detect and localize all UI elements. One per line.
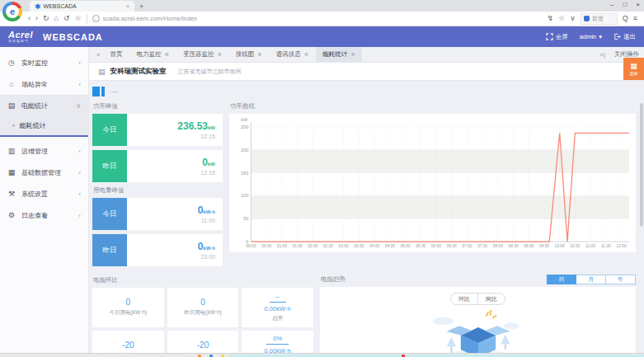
sidebar-subitem-energy-consumption[interactable]: + 能耗统计	[0, 116, 88, 135]
tab-wiring-diagram[interactable]: 接线图⊗	[229, 47, 269, 62]
sidebar-item-realtime-monitor[interactable]: ◷ 实时监控 ‹	[0, 52, 88, 73]
energy-peak-yesterday-value: 0kW·h	[198, 242, 215, 251]
tab-close-icon[interactable]: ⊗	[164, 51, 168, 58]
tab-close-icon[interactable]: ×	[126, 3, 129, 9]
sidebar-item-station-anomaly[interactable]: ⌂ 场站异常 ‹	[0, 73, 88, 95]
power-peak-today-time: 12:15	[200, 134, 215, 139]
today-tag: 今日	[92, 198, 127, 230]
os-taskbar[interactable]	[0, 353, 644, 357]
refresh-icon[interactable]: ↻	[43, 15, 49, 22]
peak-columns: 功率峰值 今日 236.53kW 12:15 昨日 0kW	[92, 100, 223, 270]
yesterday-tag: 昨日	[92, 150, 127, 182]
svg-text:09:30: 09:30	[539, 244, 549, 248]
tab-energy-statistics[interactable]: 能耗统计⊗	[316, 47, 361, 62]
sidebar-item-energy-statistics[interactable]: ▤ 电能统计 ∨	[0, 95, 88, 116]
calendar-icon: ▦	[7, 168, 16, 176]
forward-icon[interactable]: ›	[35, 15, 38, 22]
maximize-button[interactable]: □	[623, 1, 627, 8]
power-peak-today-value: 236.53kW	[177, 121, 215, 131]
power-peak-today-card: 今日 236.53kW 12:15	[92, 114, 223, 146]
sidebar-item-label: 日志查看	[21, 211, 73, 220]
acrel-logo: Acrel 安科瑞电气	[8, 31, 33, 43]
svg-text:10:00: 10:00	[555, 244, 565, 248]
svg-text:50: 50	[243, 216, 248, 221]
blue-block-small-icon[interactable]	[101, 87, 105, 96]
sidebar-item-log-viewer[interactable]: ⚙ 日志查看 ‹	[0, 204, 88, 226]
selector-float-button[interactable]: ▦ 选择	[623, 58, 644, 80]
search-engine-label: 百度	[592, 15, 604, 23]
product-name: WEBSCADA	[43, 32, 103, 42]
site-header: ▤ 安科瑞测试实验室 江苏省无锡市江阴市南闸	[89, 63, 644, 81]
logout-button[interactable]: 退出	[613, 33, 636, 41]
sidebar-item-basic-data-management[interactable]: ▦ 基础数据管理 ‹	[0, 162, 88, 183]
scrollbar[interactable]	[640, 103, 643, 227]
tab-home[interactable]: 首页	[103, 47, 129, 62]
search-engine-box[interactable]: 百度	[581, 13, 618, 25]
svg-text:05:00: 05:00	[400, 244, 410, 248]
blue-block-icon[interactable]	[92, 87, 100, 96]
page-tabbar: « 首页 电力监控⊗ 变压器监控⊗ 接线图⊗ 通讯状态⊗ 能耗统计⊗ »| 关闭…	[89, 47, 644, 63]
page-search-icon[interactable]: Q	[623, 15, 628, 22]
svg-text:150: 150	[241, 171, 248, 176]
bookmark-star-icon[interactable]: ☆	[75, 15, 82, 22]
browser-tab-title: WEBSCADA	[44, 3, 77, 9]
year-compare-option[interactable]: 同比	[478, 294, 505, 304]
tab-comm-status[interactable]: 通讯状态⊗	[270, 47, 315, 62]
history-icon[interactable]: ↺	[63, 15, 70, 22]
content-mini-toolbar: —	[92, 85, 636, 97]
browser-window: e ✱ WEBSCADA × + – □ × ‹ › ↻ ⌂ ↺ ☆ i sca…	[0, 0, 644, 357]
power-curve-title: 功率曲线	[230, 102, 636, 110]
new-tab-button[interactable]: +	[139, 2, 143, 12]
compare-card-this-month: -20 当月用电(kW·h)	[92, 331, 164, 354]
ring-compare-option[interactable]: 环比	[451, 294, 478, 304]
energy-compare-grid: 0 今日用电(kW·h) 0 昨日用电(kW·h) – 0.00kW·h 趋势	[92, 288, 313, 353]
svg-text:06:30: 06:30	[447, 244, 457, 248]
svg-text:07:00: 07:00	[462, 244, 472, 248]
tab-transformer-monitor[interactable]: 变压器监控⊗	[176, 47, 228, 62]
power-curve-chart[interactable]: 05010015020025000:0000:3001:0001:3002:00…	[229, 114, 636, 252]
chevron-down-icon[interactable]: ∨	[570, 15, 576, 22]
period-day-button[interactable]: 日	[547, 275, 576, 284]
close-button[interactable]: ×	[636, 1, 640, 8]
download-icon[interactable]: ↯	[548, 15, 554, 22]
minimize-button[interactable]: –	[610, 1, 613, 8]
period-month-button[interactable]: 月	[576, 275, 606, 284]
tab-close-icon[interactable]: ⊗	[304, 51, 308, 58]
user-menu[interactable]: admin ▾	[580, 33, 602, 40]
power-peak-yesterday-value: 0kW	[202, 157, 215, 167]
energy-peak-today-value: 0kW·h	[198, 205, 215, 215]
browser-menu-icon[interactable]: ≡	[633, 15, 637, 22]
sidebar-subitem-label: 能耗统计	[20, 121, 46, 130]
svg-text:kW: kW	[241, 117, 248, 122]
fullscreen-button[interactable]: 全屏	[546, 33, 568, 41]
browser-tab[interactable]: ✱ WEBSCADA ×	[30, 1, 134, 12]
chevron-left-icon: ‹	[78, 190, 81, 198]
tab-power-monitor[interactable]: 电力监控⊗	[129, 47, 175, 62]
site-building-icon: ▤	[98, 68, 106, 76]
favorite-star-icon[interactable]: ☆	[558, 15, 565, 22]
url-text: scada.acrel-eem.com/Home/Index	[103, 15, 197, 22]
power-peak-yesterday-card: 昨日 0kW 12:15	[92, 150, 223, 182]
site-address: 江苏省无锡市江阴市南闸	[178, 68, 242, 76]
svg-text:11:30: 11:30	[601, 244, 611, 248]
plus-bullet-icon: +	[12, 122, 16, 129]
tab-close-icon[interactable]: ⊗	[257, 51, 261, 58]
address-bar[interactable]: i scada.acrel-eem.com/Home/Index	[87, 14, 543, 24]
sidebar-item-operation-management[interactable]: ▥ 运维管理 ‹	[0, 140, 88, 162]
collapse-dash[interactable]: —	[110, 87, 118, 96]
site-info-icon[interactable]: i	[92, 15, 100, 22]
tab-close-icon[interactable]: ⊗	[217, 51, 221, 58]
tab-close-icon[interactable]: ⊗	[350, 51, 355, 58]
tabs-scroll-right-icon[interactable]: »|	[597, 51, 608, 59]
energy-peak-yesterday-time: 23:00	[200, 254, 215, 260]
back-icon[interactable]: ‹	[28, 15, 31, 22]
svg-text:12:00: 12:00	[616, 244, 626, 248]
browser-tabstrip: e ✱ WEBSCADA × + – □ ×	[0, 0, 644, 12]
home-icon[interactable]: ⌂	[54, 15, 59, 22]
sidebar-item-system-settings[interactable]: ⚒ 系统设置 ‹	[0, 183, 88, 204]
compare-card-month-trend: 0% 0.00kW·h 趋势	[242, 331, 313, 354]
site-name: 安科瑞测试实验室	[110, 67, 167, 77]
tabs-scroll-left-icon[interactable]: «	[94, 51, 102, 59]
period-year-button[interactable]: 年	[606, 275, 636, 284]
energy-peak-yesterday-card: 昨日 0kW·h 23:00	[92, 234, 223, 266]
